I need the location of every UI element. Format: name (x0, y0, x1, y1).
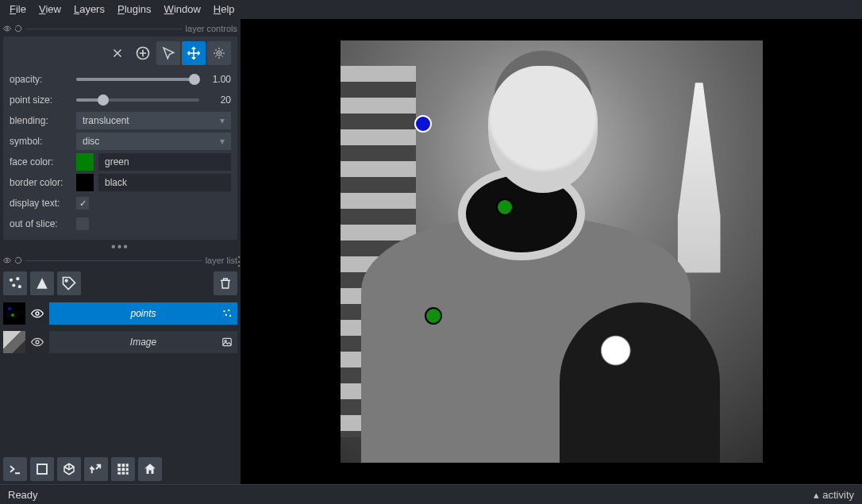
pointsize-row: point size: 20 (10, 90, 231, 110)
layer-visibility-toggle[interactable] (30, 307, 44, 320)
svg-point-7 (65, 279, 67, 282)
menu-plugins[interactable]: Plugins (111, 2, 158, 17)
border-color-label: border color: (10, 177, 71, 188)
menu-help[interactable]: Help (207, 2, 241, 17)
svg-point-0 (6, 28, 9, 30)
svg-point-6 (18, 285, 21, 288)
opacity-label: opacity: (10, 74, 71, 85)
new-labels-layer-button[interactable] (57, 271, 81, 295)
panel-drag-handle[interactable]: ••• (3, 241, 237, 252)
layer-name[interactable]: points (49, 302, 237, 325)
svg-point-8 (36, 312, 39, 315)
opacity-row: opacity: 1.00 (10, 70, 231, 89)
symbol-row: symbol: disc ▾ (10, 132, 231, 151)
reset-icon[interactable] (14, 25, 22, 33)
status-bar: Ready ▴ activity (0, 484, 862, 504)
eye-icon[interactable] (3, 256, 11, 264)
svg-rect-24 (122, 472, 125, 475)
border-color-swatch[interactable] (76, 174, 94, 191)
menu-view[interactable]: View (33, 2, 67, 17)
image-icon (221, 337, 233, 348)
blending-label: blending: (10, 115, 71, 126)
tool-pan[interactable] (207, 41, 231, 65)
svg-rect-25 (126, 472, 129, 475)
menu-window[interactable]: Window (158, 2, 207, 17)
tool-move[interactable] (182, 41, 206, 65)
face-color-input[interactable]: green (98, 153, 231, 171)
points-icon (221, 308, 233, 319)
svg-rect-16 (37, 464, 47, 474)
image-layer (341, 40, 763, 463)
layer-list-toolbar (3, 271, 237, 295)
chevron-down-icon: ▾ (220, 115, 225, 126)
home-button[interactable] (138, 457, 162, 481)
grid-button[interactable] (111, 457, 135, 481)
svg-point-9 (223, 310, 225, 312)
tool-close[interactable] (106, 41, 129, 65)
transpose-button[interactable] (84, 457, 108, 481)
point-marker[interactable] (425, 307, 442, 325)
layer-row-image[interactable]: Image (3, 329, 237, 356)
point-marker[interactable] (414, 115, 432, 133)
console-button[interactable] (3, 457, 27, 481)
layer-row-points[interactable]: points (3, 300, 237, 327)
status-text: Ready (8, 489, 38, 501)
chevron-down-icon: ▾ (220, 136, 225, 147)
pointsize-label: point size: (10, 94, 71, 106)
opacity-value: 1.00 (204, 74, 231, 85)
canvas[interactable] (241, 19, 862, 484)
point-marker[interactable] (496, 198, 514, 216)
ndisplay-button[interactable] (30, 457, 54, 481)
main-area: layer controls (0, 19, 862, 484)
out-of-slice-checkbox[interactable] (76, 217, 89, 230)
new-shapes-layer-button[interactable] (30, 271, 54, 295)
tool-select[interactable] (156, 41, 180, 65)
opacity-slider[interactable] (76, 73, 199, 86)
svg-rect-21 (122, 468, 125, 471)
tool-mode-row (10, 41, 231, 65)
out-of-slice-row: out of slice: (10, 214, 231, 233)
canvas-viewport (341, 40, 763, 463)
tool-add[interactable] (131, 41, 155, 65)
layer-name[interactable]: Image (49, 331, 237, 353)
svg-rect-14 (223, 338, 232, 345)
display-text-checkbox[interactable] (76, 197, 89, 210)
blending-dropdown[interactable]: translucent ▾ (76, 112, 231, 129)
activity-toggle[interactable]: ▴ activity (814, 489, 854, 501)
svg-point-13 (36, 340, 39, 344)
symbol-dropdown[interactable]: disc ▾ (76, 133, 231, 150)
svg-point-10 (228, 310, 229, 311)
layer-controls-header: layer controls (3, 22, 237, 35)
svg-point-4 (16, 277, 19, 280)
menu-layers[interactable]: Layers (67, 2, 111, 17)
menu-file[interactable]: File (3, 2, 33, 17)
svg-rect-23 (117, 472, 121, 475)
svg-point-12 (229, 315, 231, 317)
layer-list: points Image (3, 300, 237, 356)
display-text-row: display text: (10, 194, 231, 213)
svg-point-11 (225, 314, 227, 316)
svg-point-5 (12, 283, 15, 287)
svg-rect-19 (126, 464, 129, 467)
svg-rect-22 (126, 468, 129, 471)
svg-point-3 (10, 279, 13, 282)
face-color-swatch[interactable] (76, 153, 94, 171)
border-color-input[interactable]: black (98, 174, 231, 191)
delete-layer-button[interactable] (214, 271, 237, 295)
layer-thumb (3, 331, 25, 353)
viewer-toolbar (3, 452, 237, 481)
symbol-label: symbol: (10, 136, 71, 147)
new-points-layer-button[interactable] (3, 271, 27, 295)
layer-controls-panel: opacity: 1.00 point size: 20 blending: (3, 37, 237, 240)
pointsize-slider[interactable] (76, 94, 199, 106)
layer-visibility-toggle[interactable] (30, 336, 44, 348)
display-text-label: display text: (10, 198, 71, 209)
menubar: File View Layers Plugins Window Help (0, 0, 862, 19)
eye-icon[interactable] (3, 25, 11, 33)
roll-dims-button[interactable] (57, 457, 81, 481)
left-sidebar: layer controls (0, 19, 241, 484)
svg-rect-18 (122, 464, 125, 467)
reset-icon[interactable] (14, 256, 22, 264)
separator (25, 260, 202, 261)
blending-row: blending: translucent ▾ (10, 111, 231, 130)
